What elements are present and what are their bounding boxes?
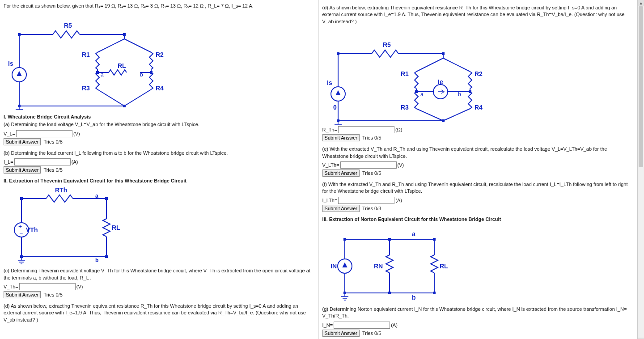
qc-input[interactable] bbox=[19, 283, 76, 290]
svg-rect-53 bbox=[442, 119, 445, 122]
qd-tries: Tries 0/5 bbox=[362, 135, 381, 140]
question-e-text: (e) With the extracted V_Th and R_Th and… bbox=[322, 146, 634, 160]
qg-symbol: I_N= bbox=[322, 322, 333, 328]
label-isb: Is bbox=[327, 79, 332, 86]
svg-rect-71 bbox=[433, 292, 436, 294]
label-zero: 0 bbox=[333, 104, 337, 111]
label-is: Is bbox=[8, 60, 13, 67]
svg-rect-69 bbox=[343, 292, 346, 294]
norton-circuit-diagram: IN RN RL a b bbox=[322, 224, 457, 304]
qe-submit-button[interactable]: Submit Answer bbox=[322, 170, 360, 177]
label-r2b: R2 bbox=[475, 70, 483, 77]
svg-rect-66 bbox=[343, 238, 346, 241]
svg-line-13 bbox=[124, 89, 151, 106]
rth-extraction-circuit-diagram: R5 R1 R2 R3 R4 Ie Is 0 a b bbox=[322, 27, 483, 125]
wheatstone-circuit-diagram: R5 R1 R2 R3 R4 RL Is a b bbox=[4, 12, 165, 110]
svg-rect-32 bbox=[105, 197, 108, 200]
qf-input[interactable] bbox=[338, 197, 394, 204]
qe-unit: (V) bbox=[398, 162, 404, 168]
svg-rect-33 bbox=[105, 255, 108, 258]
qa-input[interactable] bbox=[16, 130, 72, 137]
label-r4: R4 bbox=[156, 85, 164, 92]
qf-tries: Tries 0/3 bbox=[362, 206, 381, 211]
qb-submit-button[interactable]: Submit Answer bbox=[4, 166, 41, 174]
label-rl2: RL bbox=[112, 224, 120, 231]
question-d-text-right: (d) As shown below, extracting Thevenin … bbox=[322, 4, 634, 25]
label-r5b: R5 bbox=[383, 41, 391, 48]
label-r1: R1 bbox=[82, 51, 90, 58]
label-r3b: R3 bbox=[401, 104, 409, 111]
question-a-text: (a) Determining the load voltage V_L=V_a… bbox=[4, 121, 315, 128]
label-rth: RTh bbox=[55, 186, 67, 194]
qd-symbol: R_Th= bbox=[322, 127, 337, 132]
qe-symbol: V_LTh= bbox=[322, 162, 339, 168]
question-f-text: (f) With the extracted V_Th and R_Th and… bbox=[322, 181, 634, 195]
label-b3: b bbox=[458, 91, 461, 97]
section-3-heading: III. Extraction of Norton Equivalent Cir… bbox=[322, 216, 634, 222]
qg-submit-button[interactable]: Submit Answer bbox=[322, 330, 360, 337]
qf-submit-button[interactable]: Submit Answer bbox=[322, 205, 360, 212]
label-rl3: RL bbox=[440, 263, 448, 270]
qb-symbol: I_L= bbox=[4, 159, 13, 165]
vertical-scrollbar[interactable]: ▲ ▼ bbox=[637, 0, 644, 339]
label-vth: VTh bbox=[26, 226, 38, 233]
svg-line-6 bbox=[97, 39, 124, 52]
label-a3: a bbox=[420, 91, 424, 97]
svg-line-41 bbox=[416, 58, 443, 72]
svg-rect-68 bbox=[433, 238, 436, 241]
qc-submit-button[interactable]: Submit Answer bbox=[4, 291, 41, 298]
svg-line-48 bbox=[416, 109, 443, 121]
qd-submit-button[interactable]: Submit Answer bbox=[322, 134, 360, 141]
qb-input[interactable] bbox=[14, 158, 71, 165]
label-ie: Ie bbox=[438, 78, 443, 85]
svg-rect-17 bbox=[123, 105, 126, 107]
qa-submit-button[interactable]: Submit Answer bbox=[4, 138, 41, 145]
svg-line-8 bbox=[124, 39, 151, 52]
thevenin-circuit-diagram: + − RTh VTh RL a b bbox=[4, 185, 120, 266]
label-r2: R2 bbox=[156, 51, 164, 58]
qc-symbol: V_Th= bbox=[4, 284, 18, 289]
label-in: IN bbox=[330, 263, 337, 270]
qd-unit: (Ω) bbox=[395, 127, 402, 132]
label-r3: R3 bbox=[82, 85, 90, 92]
left-column: For the circuit as shown below, given th… bbox=[0, 0, 319, 339]
svg-rect-15 bbox=[18, 33, 21, 36]
question-d-text-left: (d) As shown below, extracting Thevenin … bbox=[4, 303, 315, 323]
svg-rect-18 bbox=[18, 105, 21, 107]
svg-rect-67 bbox=[388, 238, 391, 241]
qf-unit: (A) bbox=[395, 198, 402, 203]
svg-line-12 bbox=[97, 89, 124, 106]
svg-line-49 bbox=[443, 109, 470, 121]
scroll-down-arrow-icon[interactable]: ▼ bbox=[638, 338, 644, 339]
scroll-up-arrow-icon[interactable]: ▲ bbox=[638, 0, 644, 6]
qf-symbol: I_LTh= bbox=[322, 198, 338, 203]
qg-input[interactable] bbox=[334, 322, 390, 329]
svg-rect-70 bbox=[388, 292, 391, 294]
qg-unit: (A) bbox=[391, 322, 398, 328]
question-g-text: (g) Determining Norton equivalent curren… bbox=[322, 306, 634, 320]
qb-unit: (A) bbox=[72, 159, 78, 165]
qe-tries: Tries 0/5 bbox=[362, 170, 381, 176]
label-r4b: R4 bbox=[475, 104, 483, 111]
qg-tries: Tries 0/5 bbox=[362, 331, 381, 336]
qe-input[interactable] bbox=[340, 161, 397, 169]
qc-unit: (V) bbox=[76, 284, 83, 289]
intro-text: For the circuit as shown below, given th… bbox=[4, 3, 315, 9]
svg-rect-16 bbox=[123, 33, 126, 36]
svg-rect-54 bbox=[337, 119, 339, 122]
svg-rect-51 bbox=[337, 52, 339, 55]
label-a4: a bbox=[412, 230, 415, 237]
svg-rect-31 bbox=[20, 197, 23, 200]
section-2-heading: II. Extraction of Thevenin Equivalent Ci… bbox=[4, 178, 315, 183]
label-b2: b bbox=[95, 257, 98, 263]
label-a2: a bbox=[95, 193, 98, 199]
qa-unit: (V) bbox=[73, 131, 80, 136]
qc-tries: Tries 0/5 bbox=[43, 292, 62, 297]
label-rl: RL bbox=[118, 62, 126, 69]
label-r1b: R1 bbox=[401, 70, 409, 77]
svg-rect-56 bbox=[469, 90, 471, 93]
qd-input[interactable] bbox=[338, 126, 394, 133]
scroll-thumb[interactable] bbox=[639, 6, 643, 167]
label-b4: b bbox=[412, 294, 416, 301]
question-b-text: (b) Determining the load current I_L fol… bbox=[4, 150, 315, 157]
